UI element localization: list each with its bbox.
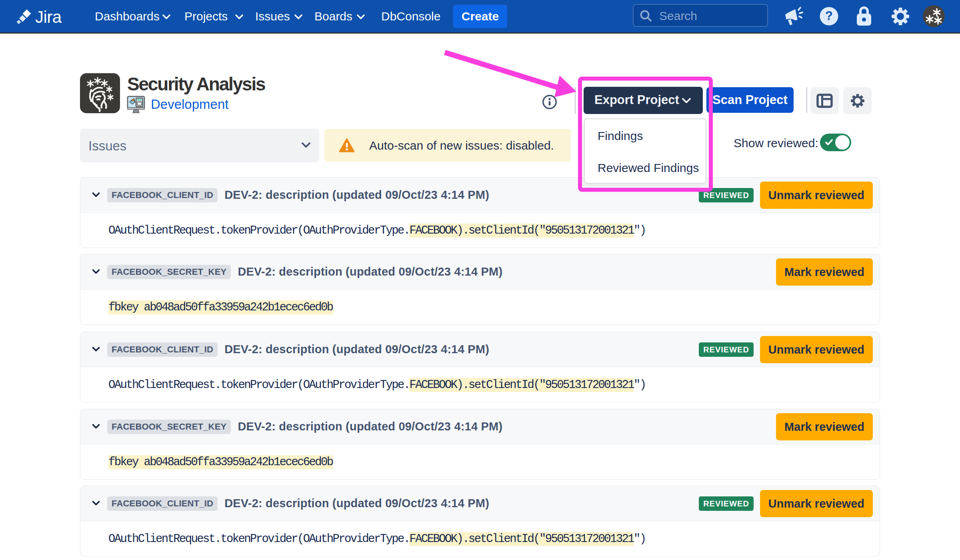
svg-text:?: ? — [825, 9, 833, 23]
